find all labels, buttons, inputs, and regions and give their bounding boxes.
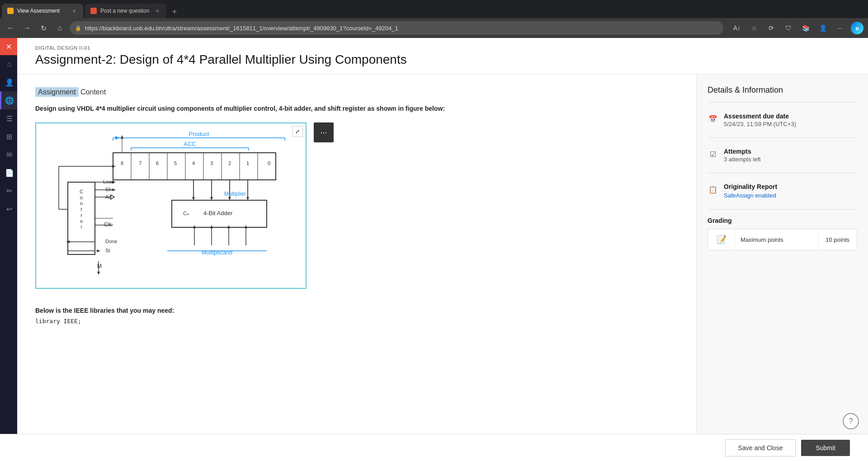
svg-text:t: t xyxy=(80,207,82,212)
svg-marker-66 xyxy=(193,225,196,228)
collection-icon[interactable]: 📚 xyxy=(799,22,812,34)
ieee-title: Below is the IEEE libraries that you may… xyxy=(35,307,678,314)
svg-text:Multiplicand: Multiplicand xyxy=(202,249,233,256)
submit-button[interactable]: Submit xyxy=(801,440,850,456)
svg-text:St: St xyxy=(105,248,110,253)
safeassign-link[interactable]: SafeAssign enabled xyxy=(724,192,776,199)
diagram-container: Product ACC xyxy=(35,122,307,289)
svg-text:2: 2 xyxy=(228,160,231,166)
tab-label-post: Post a new question xyxy=(100,8,150,14)
report-icon: 📋 xyxy=(708,184,718,195)
sidebar-item-grid[interactable]: ⊞ xyxy=(0,127,17,146)
svg-marker-47 xyxy=(121,135,123,139)
svg-text:C: C xyxy=(80,189,83,194)
svg-text:0: 0 xyxy=(268,160,270,166)
more-icon[interactable]: ··· xyxy=(834,22,846,34)
tab-close-post[interactable]: ✕ xyxy=(154,7,161,14)
svg-marker-72 xyxy=(245,225,247,228)
forward-button[interactable]: → xyxy=(21,22,33,34)
grading-title: Grading xyxy=(708,217,857,224)
details-title: Details & Information xyxy=(708,85,857,95)
svg-text:3: 3 xyxy=(210,160,213,166)
attempts-value: 3 attempts left xyxy=(724,156,761,163)
svg-text:4: 4 xyxy=(192,160,195,166)
page-title: Assignment-2: Design of 4*4 Parallel Mul… xyxy=(35,52,850,67)
due-date-text: Assessment due date 5/24/23, 11:59 PM (U… xyxy=(724,113,796,127)
profile-icon[interactable]: 👤 xyxy=(816,22,829,34)
due-date-label: Assessment due date xyxy=(724,113,796,120)
sidebar-item-doc[interactable]: 📄 xyxy=(0,164,17,182)
svg-marker-4 xyxy=(115,136,120,140)
max-points-value: 10 points xyxy=(818,231,857,249)
diagram-wrapper: Product ACC xyxy=(35,122,307,298)
divider-1 xyxy=(708,102,857,103)
expand-icon[interactable]: ⤢ xyxy=(292,126,303,137)
refresh-button[interactable]: ↻ xyxy=(37,22,50,34)
sidebar-item-mail[interactable]: ✉ xyxy=(0,146,17,164)
save-close-button[interactable]: Save and Close xyxy=(725,439,796,456)
svg-marker-68 xyxy=(210,225,213,228)
originality-text: Originality Report SafeAssign enabled xyxy=(724,183,777,199)
details-panel: Details & Information 📅 Assessment due d… xyxy=(696,75,868,461)
svg-text:M: M xyxy=(97,263,102,269)
ieee-section: Below is the IEEE libraries that you may… xyxy=(35,307,678,325)
page-header: DIGITAL DESIGN II-01 Assignment-2: Desig… xyxy=(17,38,868,75)
svg-text:Clk: Clk xyxy=(104,221,112,228)
svg-text:8: 8 xyxy=(121,160,123,166)
edge-logo: e xyxy=(851,22,863,34)
svg-rect-9 xyxy=(113,153,276,180)
back-button[interactable]: ← xyxy=(5,22,17,34)
calendar-icon: 📅 xyxy=(708,113,718,124)
attempts-item: ☑ Attempts 3 attempts left xyxy=(708,143,857,167)
svg-text:1: 1 xyxy=(246,160,249,166)
sidebar-close-button[interactable]: ✕ xyxy=(0,38,17,55)
sidebar-item-user[interactable]: 👤 xyxy=(0,73,17,91)
sidebar: ✕ ⌂ 👤 🌐 ☰ ⊞ ✉ 📄 ✏ ↩ xyxy=(0,38,17,461)
translate-icon[interactable]: A↕ xyxy=(731,22,743,34)
shield-icon[interactable]: 🛡 xyxy=(782,22,795,34)
browser-chrome: View Assessment ✕ Post a new question ✕ … xyxy=(0,0,868,38)
section-title-rest: Content xyxy=(79,88,106,96)
help-button[interactable]: ? xyxy=(843,413,859,429)
sidebar-item-edit[interactable]: ✏ xyxy=(0,182,17,200)
originality-item: 📋 Originality Report SafeAssign enabled xyxy=(708,179,857,204)
new-tab-button[interactable]: + xyxy=(168,5,181,18)
section-title: Assignment Content xyxy=(35,88,678,96)
refresh-icon2[interactable]: ⟳ xyxy=(765,22,778,34)
svg-text:C₄: C₄ xyxy=(183,211,189,216)
svg-text:Multiplier: Multiplier xyxy=(224,191,246,197)
course-label: DIGITAL DESIGN II-01 xyxy=(35,45,850,51)
sidebar-item-globe[interactable]: 🌐 xyxy=(0,91,17,109)
circuit-diagram: Product ACC xyxy=(41,128,294,282)
tab-icon-post xyxy=(90,8,97,14)
sidebar-item-back[interactable]: ↩ xyxy=(0,200,17,218)
sidebar-item-list[interactable]: ☰ xyxy=(0,109,17,127)
diagram-more-button[interactable]: ··· xyxy=(314,122,334,142)
sidebar-item-home[interactable]: ⌂ xyxy=(0,55,17,73)
address-bar[interactable]: 🔒 https://blackboard.uob.edu.bh/ultra/st… xyxy=(70,21,723,35)
tab-view-assessment[interactable]: View Assessment ✕ xyxy=(2,4,83,18)
url-text: https://blackboard.uob.edu.bh/ultra/stre… xyxy=(85,25,718,32)
tab-post-question[interactable]: Post a new question ✕ xyxy=(85,4,166,18)
max-points-label: Maximum points xyxy=(735,231,818,249)
description-text: Design using VHDL 4*4 multiplier circuit… xyxy=(35,103,678,113)
footer-bar: Save and Close Submit xyxy=(0,434,868,461)
svg-text:6: 6 xyxy=(156,160,159,166)
divider-3 xyxy=(708,173,857,173)
tab-bar: View Assessment ✕ Post a new question ✕ … xyxy=(0,0,868,18)
favorites-icon[interactable]: ☆ xyxy=(748,22,760,34)
tab-close-view[interactable]: ✕ xyxy=(71,7,78,14)
svg-marker-83 xyxy=(97,272,100,275)
ieee-code: library IEEE; xyxy=(35,318,678,325)
divider-4 xyxy=(708,209,857,210)
svg-text:ACC: ACC xyxy=(184,141,196,147)
svg-text:Product: Product xyxy=(189,131,209,137)
section-title-highlight: Assignment xyxy=(35,87,79,97)
nav-bar: ← → ↻ ⌂ 🔒 https://blackboard.uob.edu.bh/… xyxy=(0,18,868,38)
originality-label: Originality Report xyxy=(724,183,777,190)
svg-text:o: o xyxy=(80,195,83,200)
grading-icon-cell: 📝 xyxy=(708,229,735,250)
due-date-value: 5/24/23, 11:59 PM (UTC+3) xyxy=(724,121,796,127)
home-nav-button[interactable]: ⌂ xyxy=(53,22,66,34)
svg-text:l: l xyxy=(81,224,82,230)
